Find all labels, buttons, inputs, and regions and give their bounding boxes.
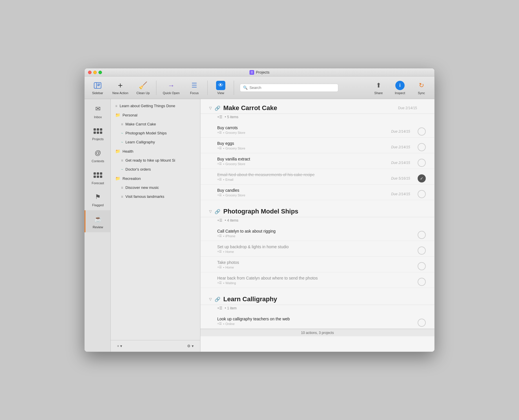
task-title: Look up calligraphy teachers on the web bbox=[217, 317, 415, 321]
task-meta-icon: +☰ bbox=[217, 131, 222, 134]
focus-button[interactable]: ☰ Focus bbox=[184, 78, 204, 97]
forecast-icon bbox=[93, 170, 103, 180]
project-icon: ≡ bbox=[121, 186, 123, 190]
group-health[interactable]: 📁 Health bbox=[111, 147, 200, 156]
project-visit-landmarks[interactable]: ≡ Visit famous landmarks bbox=[111, 192, 200, 201]
project-icon: ~ bbox=[121, 167, 123, 171]
task-meta: +☰ • iPhone bbox=[217, 234, 415, 241]
new-action-label: New Action bbox=[112, 91, 128, 95]
add-task-icon[interactable]: +☰ bbox=[217, 218, 222, 222]
sidebar-item-review[interactable]: ☕ Review bbox=[85, 210, 110, 232]
list-icon: ≡ bbox=[115, 104, 117, 108]
add-icon: + ▾ bbox=[117, 344, 122, 348]
task-content: Email Ned about the measurements of his … bbox=[217, 172, 391, 184]
project-discover-music[interactable]: ≡ Discover new music bbox=[111, 183, 200, 192]
clean-up-button[interactable]: 🧹 Clean Up bbox=[133, 78, 153, 97]
inspect-button[interactable]: i Inspect bbox=[390, 78, 410, 97]
svg-rect-3 bbox=[97, 85, 100, 86]
project-learn-calligraphy[interactable]: ~ Learn Calligraphy bbox=[111, 138, 200, 147]
collapse-button[interactable]: ▽ bbox=[209, 106, 212, 110]
inbox-icon: ✉ bbox=[93, 104, 103, 114]
add-project-button[interactable]: + ▾ bbox=[115, 343, 124, 349]
project-meta: +☰ • 4 items bbox=[200, 217, 434, 225]
task-content: Take photos +☰ • Home bbox=[217, 260, 415, 272]
task-look-up-teachers: Look up calligraphy teachers on the web … bbox=[200, 313, 434, 329]
gear-icon: ⚙ ▾ bbox=[187, 344, 194, 348]
search-input[interactable] bbox=[249, 85, 335, 90]
bullet: • bbox=[223, 131, 224, 134]
flagged-label: Flagged bbox=[92, 203, 104, 207]
projects-icon bbox=[93, 126, 103, 136]
project-photograph-model-ships[interactable]: ~ Photograph Model Ships bbox=[111, 129, 200, 138]
project-section-make-carrot-cake: ▽ 🔗 Make Carrot Cake Due 2/14/15 +☰ • 5 … bbox=[200, 99, 434, 200]
bullet: • bbox=[223, 193, 224, 197]
project-get-ready-hike[interactable]: ≡ Get ready to hike up Mount Si bbox=[111, 156, 200, 165]
bullet: • bbox=[223, 322, 224, 326]
task-checkbox[interactable] bbox=[418, 231, 426, 239]
task-checkbox[interactable] bbox=[418, 143, 426, 151]
project-icon: ~ bbox=[121, 131, 123, 135]
top-level-item[interactable]: ≡ Learn about Getting Things Done bbox=[111, 101, 200, 110]
task-hear-back: Hear back from Catelyn about where to se… bbox=[200, 272, 434, 288]
project-doctors-orders[interactable]: ~ Doctor's orders bbox=[111, 165, 200, 174]
project-icon: ≡ bbox=[121, 195, 123, 199]
sidebar-item-contexts[interactable]: @ Contexts bbox=[85, 144, 110, 166]
review-label: Review bbox=[93, 225, 103, 229]
task-meta-icon: +☰ bbox=[217, 193, 222, 197]
bullet: • bbox=[223, 178, 224, 181]
collapse-button[interactable]: ▽ bbox=[209, 209, 212, 213]
task-checkbox[interactable] bbox=[418, 190, 426, 198]
settings-button[interactable]: ⚙ ▾ bbox=[185, 343, 195, 349]
task-checkbox[interactable] bbox=[418, 127, 426, 136]
project-calligraphy-header: ▽ 🔗 Learn Calligraphy bbox=[200, 290, 434, 305]
task-take-photos: Take photos +☰ • Home bbox=[200, 257, 434, 272]
task-buy-vanilla: Buy vanilla extract +☰ • Grocery Store D… bbox=[200, 153, 434, 169]
toolbar: Sidebar + New Action 🧹 Clean Up → Quick … bbox=[85, 76, 434, 99]
folder-icon: 📁 bbox=[115, 113, 120, 117]
sidebar-item-flagged[interactable]: ⚑ Flagged bbox=[85, 188, 110, 210]
task-checkbox[interactable] bbox=[418, 319, 426, 327]
sidebar-item-inbox[interactable]: ✉ Inbox bbox=[85, 100, 110, 122]
task-checkbox[interactable] bbox=[418, 278, 426, 286]
project-make-carrot-cake[interactable]: ≡ Make Carrot Cake bbox=[111, 120, 200, 129]
separator-2 bbox=[207, 81, 208, 95]
review-icon: ☕ bbox=[93, 214, 103, 224]
sidebar-item-forecast[interactable]: Forecast bbox=[85, 166, 110, 188]
task-context: Grocery Store bbox=[225, 147, 245, 150]
task-checkbox[interactable] bbox=[418, 262, 426, 270]
sync-button[interactable]: ↻ Sync bbox=[411, 78, 432, 97]
collapse-button[interactable]: ▽ bbox=[209, 297, 212, 301]
maximize-button[interactable] bbox=[98, 71, 102, 74]
minimize-button[interactable] bbox=[93, 71, 97, 74]
bullet: • bbox=[223, 250, 224, 253]
new-action-button[interactable]: + New Action bbox=[109, 78, 132, 97]
add-task-icon[interactable]: +☰ bbox=[217, 306, 222, 310]
task-due: Due 2/14/15 bbox=[391, 192, 410, 196]
sidebar-button[interactable]: Sidebar bbox=[87, 78, 108, 97]
quick-open-button[interactable]: → Quick Open bbox=[159, 78, 183, 97]
task-checkbox[interactable]: ✓ bbox=[418, 174, 426, 182]
task-title: Buy carrots bbox=[217, 125, 391, 130]
task-meta: +☰ • Grocery Store bbox=[217, 146, 391, 153]
close-button[interactable] bbox=[88, 71, 92, 74]
task-title: Hear back from Catelyn about where to se… bbox=[217, 276, 415, 280]
task-checkbox[interactable] bbox=[418, 159, 426, 167]
item-count: 4 items bbox=[227, 218, 238, 222]
group-recreation[interactable]: 📁 Recreation bbox=[111, 174, 200, 183]
inspect-label: Inspect bbox=[395, 91, 405, 95]
quick-open-label: Quick Open bbox=[163, 91, 180, 95]
group-personal[interactable]: 📁 Personal bbox=[111, 110, 200, 120]
add-task-icon[interactable]: +☰ bbox=[217, 115, 222, 119]
task-meta-icon: +☰ bbox=[217, 281, 222, 285]
task-meta-icon: +☰ bbox=[217, 322, 222, 326]
task-email-ned: Email Ned about the measurements of his … bbox=[200, 169, 434, 185]
health-label: Health bbox=[123, 149, 134, 154]
sidebar-item-projects[interactable]: Projects bbox=[85, 122, 110, 144]
project-icon: ≡ bbox=[121, 122, 123, 126]
view-button[interactable]: 👁 View bbox=[211, 78, 231, 97]
contexts-icon: @ bbox=[93, 148, 103, 158]
share-button[interactable]: ⬆ Share bbox=[368, 78, 389, 97]
inspect-icon: i bbox=[395, 81, 405, 90]
project-icon: ~ bbox=[121, 140, 123, 144]
task-checkbox[interactable] bbox=[418, 246, 426, 255]
